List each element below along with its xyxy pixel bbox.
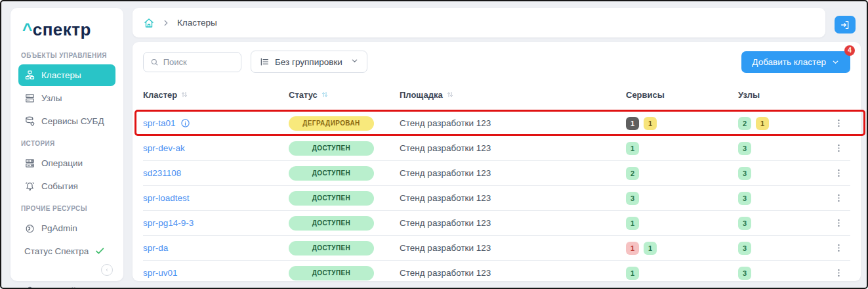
- site-cell: Стенд разработки 123: [400, 243, 626, 253]
- kebab-menu-icon[interactable]: [834, 168, 844, 178]
- sidebar-item-label: Настройки: [41, 286, 85, 289]
- count-badge: 1: [644, 242, 657, 255]
- sidebar-item-label: Операции: [41, 158, 83, 168]
- status-badge: ДОСТУПЕН: [289, 141, 374, 156]
- info-icon[interactable]: [180, 118, 190, 128]
- cluster-name-link[interactable]: spr-loadtest: [143, 193, 190, 203]
- section-label-history: ИСТОРИЯ: [21, 140, 113, 147]
- kebab-menu-icon[interactable]: [834, 143, 844, 153]
- sidebar-collapse-button[interactable]: [101, 264, 113, 276]
- table-row[interactable]: spr-da ДОСТУПЕН Стенд разработки 123 11 …: [143, 235, 850, 260]
- column-header-nodes: Узлы: [738, 90, 827, 100]
- nodes-cell: 3: [738, 242, 827, 255]
- column-header-site[interactable]: Площадка: [400, 90, 626, 100]
- logout-button[interactable]: [835, 16, 856, 33]
- count-badge: 3: [738, 242, 751, 255]
- cluster-name-link[interactable]: sd231108: [143, 168, 181, 178]
- logout-icon: [840, 20, 850, 30]
- app-logo: ^спектр: [22, 20, 115, 40]
- count-badge: 3: [626, 192, 639, 205]
- logo-caret: ^: [22, 20, 33, 39]
- sidebar-item-settings[interactable]: Настройки: [18, 280, 115, 289]
- table-row[interactable]: sd231108 ДОСТУПЕН Стенд разработки 123 2…: [143, 160, 850, 185]
- logo-text: спектр: [33, 20, 91, 39]
- cluster-name-link[interactable]: spr-pg14-9-3: [143, 218, 194, 228]
- pgadmin-icon: [24, 223, 35, 234]
- sidebar-item-operations[interactable]: Операции: [18, 152, 115, 174]
- sidebar-item-label: Узлы: [41, 93, 62, 103]
- column-header-status[interactable]: Статус: [289, 90, 400, 100]
- count-badge: 1: [626, 142, 639, 155]
- sidebar-item-db-services[interactable]: Сервисы СУБД: [18, 110, 115, 132]
- count-badge: 1: [626, 242, 639, 255]
- table-row[interactable]: spr-pg14-9-3 ДОСТУПЕН Стенд разработки 1…: [143, 210, 850, 235]
- table-body: spr-ta01 ДЕГРАДИРОВАН Стенд разработки 1…: [143, 110, 850, 285]
- add-cluster-button[interactable]: Добавить кластер: [741, 51, 850, 73]
- search-input-wrap[interactable]: [143, 52, 241, 72]
- cluster-name-link[interactable]: spr-ta01: [143, 118, 176, 128]
- count-badge: 3: [738, 217, 751, 230]
- count-badge: 1: [626, 267, 639, 280]
- services-cell: 1: [626, 142, 738, 155]
- kebab-menu-icon[interactable]: [834, 193, 844, 203]
- status-badge: ДОСТУПЕН: [289, 216, 374, 231]
- count-badge: 1: [626, 117, 639, 130]
- breadcrumb-current[interactable]: Кластеры: [177, 18, 217, 28]
- search-input[interactable]: [163, 57, 234, 67]
- breadcrumb: Кластеры: [133, 8, 825, 37]
- site-cell: Стенд разработки 123: [400, 168, 626, 178]
- kebab-menu-icon[interactable]: [834, 218, 844, 228]
- kebab-menu-icon[interactable]: [834, 243, 844, 253]
- nodes-cell: 3: [738, 167, 827, 180]
- services-cell: 2: [626, 167, 738, 180]
- status-badge: ДОСТУПЕН: [289, 191, 374, 206]
- grouping-select[interactable]: Без группировки: [251, 51, 367, 73]
- table-row[interactable]: spr-uv01 ДОСТУПЕН Стенд разработки 123 1…: [143, 260, 850, 285]
- cluster-name-link[interactable]: spr-uv01: [143, 268, 178, 278]
- sort-icon: [180, 91, 188, 99]
- column-header-services: Сервисы: [626, 90, 738, 100]
- status-ok-check-icon: [94, 246, 105, 256]
- count-badge: 1: [644, 117, 657, 130]
- sidebar-item-spektr-status: Статус Спектра: [18, 240, 115, 261]
- sidebar-item-nodes[interactable]: Узлы: [18, 87, 115, 109]
- toolbar: Без группировки Добавить кластер 4: [143, 51, 850, 72]
- table-row[interactable]: spr-dev-ak ДОСТУПЕН Стенд разработки 123…: [143, 135, 850, 160]
- services-cell: 11: [626, 117, 738, 130]
- sidebar-item-label: PgAdmin: [41, 223, 77, 233]
- site-cell: Стенд разработки 123: [400, 118, 626, 128]
- notification-badge[interactable]: 4: [844, 45, 855, 56]
- count-badge: 3: [738, 192, 751, 205]
- grouping-value: Без группировки: [275, 57, 342, 67]
- db-services-icon: [24, 116, 35, 127]
- count-badge: 2: [626, 167, 639, 180]
- sidebar-item-events[interactable]: События: [18, 175, 115, 197]
- site-cell: Стенд разработки 123: [400, 268, 626, 278]
- nodes-cell: 21: [738, 117, 827, 130]
- site-cell: Стенд разработки 123: [400, 193, 626, 203]
- table-row[interactable]: spr-ta01 ДЕГРАДИРОВАН Стенд разработки 1…: [143, 110, 850, 135]
- add-cluster-label: Добавить кластер: [752, 57, 826, 67]
- status-badge: ДОСТУПЕН: [289, 241, 374, 256]
- sidebar-item-pgadmin[interactable]: PgAdmin: [18, 217, 115, 239]
- app-window: ^спектр ОБЪЕКТЫ УПРАВЛЕНИЯ Кластеры Узлы…: [0, 0, 868, 289]
- table-row[interactable]: spr-loadtest ДОСТУПЕН Стенд разработки 1…: [143, 185, 850, 210]
- grouping-icon: [259, 56, 270, 67]
- nodes-cell: 3: [738, 217, 827, 230]
- operations-icon: [24, 158, 35, 169]
- home-icon[interactable]: [143, 17, 155, 29]
- sidebar-item-label: Статус Спектра: [24, 246, 89, 256]
- nodes-icon: [24, 93, 35, 104]
- nodes-cell: 3: [738, 267, 827, 280]
- chevron-right-icon: [161, 18, 171, 28]
- sidebar-item-clusters[interactable]: Кластеры: [18, 64, 115, 86]
- cluster-name-link[interactable]: spr-da: [143, 243, 168, 253]
- sidebar-item-label: Кластеры: [41, 70, 81, 80]
- column-header-cluster[interactable]: Кластер: [143, 90, 289, 100]
- chevron-down-icon: [350, 56, 359, 67]
- chevron-left-icon: [104, 267, 110, 273]
- kebab-menu-icon[interactable]: [834, 118, 844, 128]
- count-badge: 3: [738, 167, 751, 180]
- kebab-menu-icon[interactable]: [834, 268, 844, 278]
- cluster-name-link[interactable]: spr-dev-ak: [143, 143, 185, 153]
